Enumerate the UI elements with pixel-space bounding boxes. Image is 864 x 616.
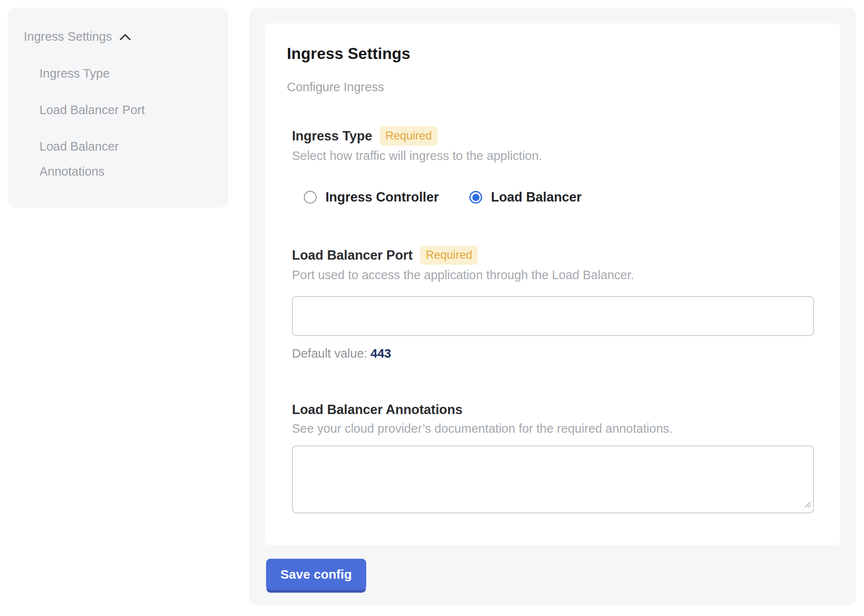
default-value-label: Default value: (292, 347, 367, 360)
lb-annotations-textarea[interactable] (292, 445, 814, 513)
main-panel: Ingress Settings Configure Ingress Ingre… (250, 8, 856, 605)
ingress-type-radio-group: Ingress Controller Load Balancer (304, 190, 814, 205)
radio-label-load-balancer: Load Balancer (491, 190, 582, 205)
lb-annotations-textarea-wrap (292, 445, 814, 513)
chevron-up-icon (119, 33, 132, 42)
lb-port-description: Port used to access the application thro… (292, 267, 814, 283)
sidebar: Ingress Settings Ingress Type Load Balan… (8, 8, 228, 207)
radio-input-load-balancer[interactable] (469, 191, 482, 204)
page-subtitle: Configure Ingress (287, 80, 840, 94)
radio-option-ingress-controller[interactable]: Ingress Controller (304, 190, 439, 205)
sidebar-item-ingress-type[interactable]: Ingress Type (39, 61, 172, 86)
sidebar-item-load-balancer-port[interactable]: Load Balancer Port (39, 98, 172, 123)
lb-port-default-line: Default value:443 (292, 346, 814, 361)
radio-label-ingress-controller: Ingress Controller (325, 190, 439, 205)
settings-card: Ingress Settings Configure Ingress Ingre… (265, 23, 840, 545)
radio-option-load-balancer[interactable]: Load Balancer (469, 190, 582, 205)
required-badge: Required (380, 126, 438, 146)
lb-port-heading: Load Balancer Port Required (292, 246, 814, 265)
sidebar-item-load-balancer-annotations[interactable]: Load Balancer Annotations (39, 134, 172, 184)
section-load-balancer-port: Load Balancer Port Required Port used to… (292, 246, 814, 361)
ingress-type-label: Ingress Type (292, 128, 372, 145)
page-title: Ingress Settings (287, 45, 840, 63)
resize-handle-icon[interactable] (804, 501, 811, 510)
section-load-balancer-annotations: Load Balancer Annotations See your cloud… (292, 401, 814, 513)
ingress-type-description: Select how traffic will ingress to the a… (292, 148, 814, 163)
sidebar-nav: Ingress Type Load Balancer Port Load Bal… (39, 61, 172, 184)
lb-annotations-label: Load Balancer Annotations (292, 401, 463, 418)
required-badge: Required (420, 246, 478, 265)
ingress-type-heading: Ingress Type Required (292, 126, 814, 146)
lb-annotations-description: See your cloud provider’s documentation … (292, 421, 814, 436)
save-config-button[interactable]: Save config (266, 559, 366, 590)
sidebar-group-ingress-settings[interactable]: Ingress Settings (8, 28, 228, 45)
lb-annotations-heading: Load Balancer Annotations (292, 401, 814, 418)
lb-port-input[interactable] (292, 296, 814, 336)
section-ingress-type: Ingress Type Required Select how traffic… (292, 126, 814, 205)
default-value: 443 (370, 347, 391, 360)
radio-input-ingress-controller[interactable] (304, 191, 317, 204)
sidebar-group-label: Ingress Settings (24, 28, 112, 45)
lb-port-label: Load Balancer Port (292, 247, 412, 264)
